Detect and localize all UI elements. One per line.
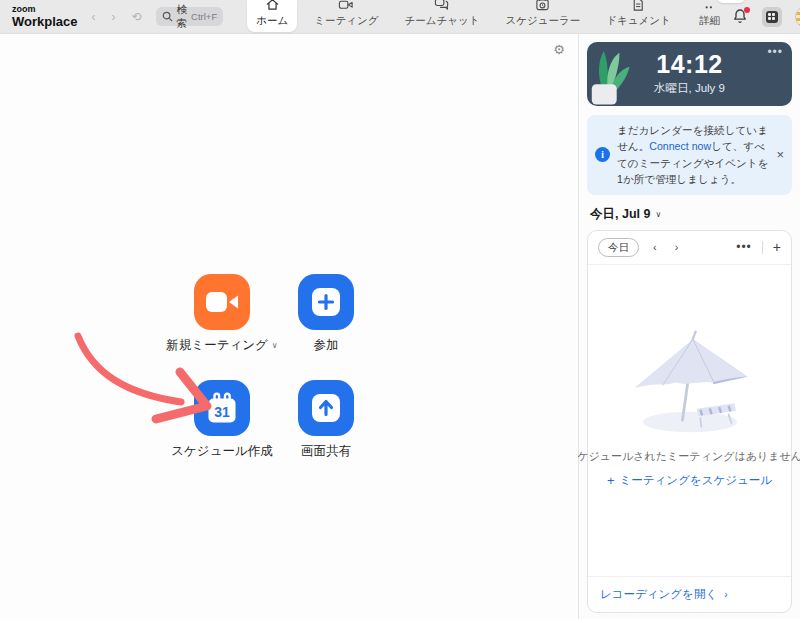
- new-meeting-action[interactable]: 新規ミーティング ∨: [170, 274, 274, 354]
- user-avatar[interactable]: [795, 6, 800, 28]
- calendar-connect-banner: i まだカレンダーを接続していません。Connect nowして、すべてのミーテ…: [587, 115, 792, 195]
- tab-label: ホーム: [256, 14, 288, 28]
- search-icon: [162, 11, 173, 22]
- date-header[interactable]: 今日, Jul 9 ∨: [590, 206, 789, 223]
- beach-umbrella-illustration: [610, 327, 770, 437]
- video-icon: [338, 0, 354, 12]
- tab-scheduler[interactable]: スケジューラー: [496, 0, 589, 32]
- empty-schedule-state: スケジュールされたミーティングはありません。 + ミーティングをスケジュール: [588, 265, 791, 576]
- schedule-meeting-link[interactable]: + ミーティングをスケジュール: [607, 473, 772, 488]
- open-recordings-link[interactable]: レコーディングを開く: [600, 587, 717, 602]
- share-screen-icon[interactable]: [298, 380, 354, 436]
- card-menu-dots-icon[interactable]: •••: [767, 46, 783, 58]
- tab-label: ミーティング: [314, 14, 378, 28]
- schedule-action[interactable]: 31 スケジュール作成: [170, 380, 274, 460]
- toolbar-divider: [762, 241, 763, 254]
- chevron-down-icon: ∨: [655, 210, 661, 219]
- tab-label: スケジューラー: [505, 14, 580, 28]
- main-tabs: ホーム ミーティング チームチャット スケジューラー: [247, 0, 731, 34]
- tab-label: ドキュメント: [606, 14, 670, 28]
- banner-close-icon[interactable]: ×: [776, 148, 784, 161]
- toolbar-more-icon[interactable]: •••: [736, 240, 752, 254]
- action-label: スケジュール作成: [171, 443, 272, 460]
- settings-gear-icon[interactable]: ⚙: [553, 43, 565, 56]
- logo-zoom: zoom: [12, 5, 78, 14]
- action-label: 参加: [314, 337, 339, 354]
- schedule-toolbar: 今日 ‹ › ••• +: [588, 231, 791, 266]
- chat-icon: [434, 0, 450, 12]
- calendar-31-icon: 31: [207, 392, 237, 424]
- clock-card: 14:12 水曜日, July 9 •••: [587, 42, 792, 106]
- empty-message: スケジュールされたミーティングはありません。: [566, 449, 800, 464]
- tab-docs[interactable]: ドキュメント: [597, 0, 679, 32]
- add-meeting-icon[interactable]: +: [773, 240, 781, 254]
- search-input[interactable]: 検索 Ctrl+F: [156, 7, 224, 26]
- new-meeting-icon[interactable]: [194, 274, 250, 330]
- logo-workplace: Workplace: [12, 15, 78, 28]
- clock-time: 14:12: [656, 52, 722, 77]
- share-screen-action[interactable]: 画面共有: [274, 380, 378, 460]
- home-canvas: ⚙ 新規ミーティング ∨: [0, 34, 578, 619]
- today-button[interactable]: 今日: [598, 238, 639, 258]
- action-label: 画面共有: [301, 443, 351, 460]
- search-placeholder: 検索: [177, 3, 188, 31]
- join-icon[interactable]: [298, 274, 354, 330]
- tab-meetings[interactable]: ミーティング: [305, 0, 387, 32]
- plus-icon: +: [607, 474, 615, 487]
- zoom-workplace-logo: zoom Workplace: [12, 5, 78, 28]
- recordings-footer: レコーディングを開く ›: [588, 576, 791, 612]
- titlebar: zoom Workplace ‹ › ⟲ 検索 Ctrl+F ホーム ミーティン…: [0, 0, 800, 34]
- tab-home[interactable]: ホーム: [247, 0, 297, 32]
- home-side-panel: 14:12 水曜日, July 9 ••• i まだカレンダーを接続していません…: [578, 34, 800, 619]
- more-dots-icon: [702, 0, 717, 12]
- up-arrow-icon: [311, 393, 341, 423]
- banner-text: まだカレンダーを接続していません。Connect nowして、すべてのミーティン…: [617, 122, 769, 188]
- scheduler-icon: [535, 0, 550, 12]
- calendar-day-number: 31: [214, 404, 230, 420]
- search-shortcut: Ctrl+F: [191, 11, 217, 22]
- tab-label: 詳細: [699, 14, 720, 28]
- schedule-card: 今日 ‹ › ••• +: [587, 230, 792, 613]
- tab-label: チームチャット: [404, 14, 479, 28]
- prev-day-icon[interactable]: ‹: [653, 241, 657, 253]
- video-camera-icon: [205, 290, 239, 314]
- schedule-icon[interactable]: 31: [194, 380, 250, 436]
- quick-actions: 新規ミーティング ∨ 参加: [170, 274, 378, 460]
- apps-grid-glyph: [766, 11, 778, 23]
- notification-dot: [744, 7, 750, 13]
- home-icon: [265, 0, 280, 12]
- connect-now-link[interactable]: Connect now: [649, 140, 711, 152]
- join-action[interactable]: 参加: [274, 274, 378, 354]
- next-day-icon[interactable]: ›: [675, 241, 679, 253]
- apps-launcher-icon[interactable]: [762, 7, 782, 27]
- plus-icon: [311, 287, 341, 317]
- document-icon: [631, 0, 645, 12]
- tab-more[interactable]: NEW 詳細: [688, 0, 732, 32]
- chevron-right-icon: ›: [724, 589, 727, 600]
- tab-team-chat[interactable]: チームチャット: [395, 0, 488, 32]
- new-badge: NEW: [717, 0, 745, 3]
- action-label: 新規ミーティング: [166, 337, 267, 354]
- schedule-meeting-link-label: ミーティングをスケジュール: [620, 473, 772, 488]
- forward-icon[interactable]: ›: [112, 11, 116, 23]
- date-header-label: 今日, Jul 9: [590, 206, 650, 223]
- titlebar-right: – □ ×: [732, 6, 800, 28]
- back-icon[interactable]: ‹: [92, 11, 96, 23]
- history-icon[interactable]: ⟲: [132, 11, 142, 23]
- info-icon: i: [595, 147, 610, 162]
- history-nav: ‹ › ⟲: [92, 11, 142, 23]
- notifications-bell-icon[interactable]: [732, 8, 749, 25]
- clock-date: 水曜日, July 9: [654, 81, 725, 96]
